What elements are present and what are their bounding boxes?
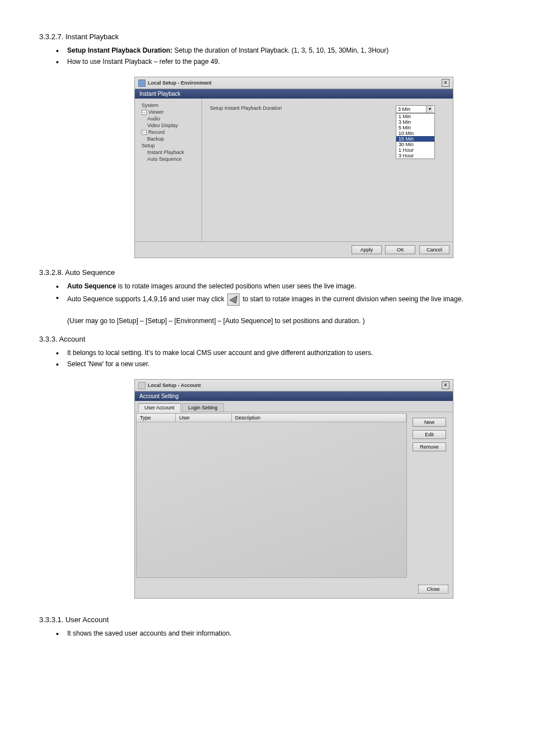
- tree-node-auto[interactable]: Auto Sequence: [137, 156, 199, 162]
- environment-dialog: Local Setup - Environment × Instant Play…: [134, 77, 453, 258]
- bullet-text: Auto Sequence supports 1,4,9,16 and user…: [67, 295, 226, 303]
- dropdown-option[interactable]: 1 Min: [396, 114, 434, 119]
- new-button[interactable]: New: [413, 418, 446, 427]
- ok-button[interactable]: OK: [385, 245, 415, 254]
- duration-label: Setup Instant Playback Duration: [210, 105, 282, 111]
- col-user[interactable]: User: [176, 414, 232, 422]
- bullet-text: Setup the duration of Instant Playback. …: [172, 46, 388, 54]
- close-button[interactable]: Close: [418, 585, 448, 594]
- list-item: It belongs to local setting. It's to mak…: [56, 349, 495, 357]
- nav-tree[interactable]: System −Viewer Audio Video Display −Reco…: [135, 99, 202, 241]
- autoseq-bullets: Auto Sequence is to rotate images around…: [56, 282, 495, 306]
- tab-user-account[interactable]: User Account: [138, 403, 181, 412]
- section-heading-playback: 3.3.2.7. Instant Playback: [39, 32, 495, 41]
- col-type[interactable]: Type: [137, 414, 176, 422]
- dropdown-option[interactable]: 15 Min: [396, 136, 434, 142]
- bullet-text: to start to rotate images in the current…: [243, 295, 463, 303]
- list-item: Auto Sequence supports 1,4,9,16 and user…: [56, 293, 495, 306]
- table-header: Type User Description: [136, 413, 407, 422]
- tree-node-viewer[interactable]: −Viewer: [137, 109, 199, 115]
- panel-header: Account Setting: [135, 391, 453, 401]
- auto-sequence-icon: [227, 293, 240, 306]
- apply-button[interactable]: Apply: [352, 245, 382, 254]
- dropdown-option[interactable]: 1 Hour: [396, 147, 434, 153]
- bullet-text: is to rotate images around the selected …: [116, 282, 356, 290]
- bullet-bold: Auto Sequence: [67, 282, 116, 290]
- dropdown-list[interactable]: 1 Min 3 Min 5 Min 10 Min 15 Min 30 Min 1…: [396, 113, 435, 159]
- dropdown-option[interactable]: 5 Min: [396, 125, 434, 130]
- tree-node-record[interactable]: −Record: [137, 129, 199, 136]
- close-icon[interactable]: ×: [442, 79, 449, 87]
- dropdown-option[interactable]: 3 Min: [396, 119, 434, 125]
- list-item: It shows the saved user accounts and the…: [56, 629, 495, 637]
- dialog-title: Local Setup - Account: [148, 382, 442, 388]
- list-item: How to use Instant Playback – refer to t…: [56, 58, 495, 66]
- collapse-icon[interactable]: −: [142, 110, 147, 115]
- section-heading-user-account: 3.3.3.1. User Account: [39, 615, 495, 624]
- dialog-titlebar[interactable]: Local Setup - Environment ×: [135, 77, 453, 89]
- chevron-down-icon[interactable]: ▾: [426, 106, 433, 113]
- tree-node-setup[interactable]: Setup: [137, 142, 199, 149]
- dialog-title: Local Setup - Environment: [148, 80, 442, 86]
- bullet-bold: Setup Instant Playback Duration:: [67, 46, 172, 54]
- bullet-text: How to use Instant Playback – refer to t…: [67, 58, 220, 66]
- panel-header: Instant Playback: [135, 89, 453, 99]
- account-buttons: New Edit Remove: [408, 412, 453, 580]
- dropdown-box[interactable]: 3 Min ▾: [396, 105, 435, 113]
- table-body[interactable]: [136, 422, 407, 578]
- tree-node-video[interactable]: Video Display: [137, 122, 199, 129]
- dropdown-option[interactable]: 30 Min: [396, 142, 434, 147]
- content-pane: Setup Instant Playback Duration 3 Min ▾ …: [202, 99, 453, 241]
- list-item: Setup Instant Playback Duration: Setup t…: [56, 46, 495, 54]
- section-heading-account: 3.3.3. Account: [39, 335, 495, 343]
- account-dialog: Local Setup - Account × Account Setting …: [134, 379, 453, 599]
- col-description[interactable]: Description: [232, 414, 406, 422]
- close-icon[interactable]: ×: [442, 381, 449, 389]
- app-icon: [138, 382, 146, 389]
- user-account-bullets: It shows the saved user accounts and the…: [56, 629, 495, 637]
- edit-button[interactable]: Edit: [413, 430, 446, 439]
- list-item: Select 'New' for a new user.: [56, 360, 495, 368]
- collapse-icon[interactable]: −: [142, 130, 147, 135]
- account-table[interactable]: Type User Description: [136, 413, 407, 579]
- section-heading-autoseq: 3.3.2.8. Auto Sequence: [39, 268, 495, 277]
- dropdown-option[interactable]: 10 Min: [396, 130, 434, 136]
- tree-node-instant[interactable]: Instant Playback: [137, 149, 199, 156]
- tabs-row: User Account Login Setting: [135, 401, 453, 412]
- dialog-footer: Close: [135, 580, 453, 598]
- duration-dropdown[interactable]: 3 Min ▾ 1 Min 3 Min 5 Min 10 Min 15 Min …: [396, 105, 435, 159]
- list-item: Auto Sequence is to rotate images around…: [56, 282, 495, 290]
- dialog-footer: Apply OK Cancel: [135, 241, 453, 258]
- dropdown-value: 3 Min: [398, 106, 410, 112]
- dropdown-option[interactable]: 3 Hour: [396, 153, 434, 158]
- small-note: (User may go to [Setup] – [Setup] – [Env…: [67, 317, 495, 325]
- playback-bullets: Setup Instant Playback Duration: Setup t…: [56, 46, 495, 66]
- remove-button[interactable]: Remove: [413, 442, 446, 451]
- tab-login-setting[interactable]: Login Setting: [182, 403, 224, 412]
- tree-node-audio[interactable]: Audio: [137, 115, 199, 122]
- dialog-titlebar[interactable]: Local Setup - Account ×: [135, 380, 453, 391]
- account-bullets: It belongs to local setting. It's to mak…: [56, 349, 495, 368]
- cancel-button[interactable]: Cancel: [419, 245, 449, 254]
- tree-node-backup[interactable]: Backup: [137, 136, 199, 142]
- tree-node-system[interactable]: System: [137, 102, 199, 109]
- app-icon: [138, 80, 146, 87]
